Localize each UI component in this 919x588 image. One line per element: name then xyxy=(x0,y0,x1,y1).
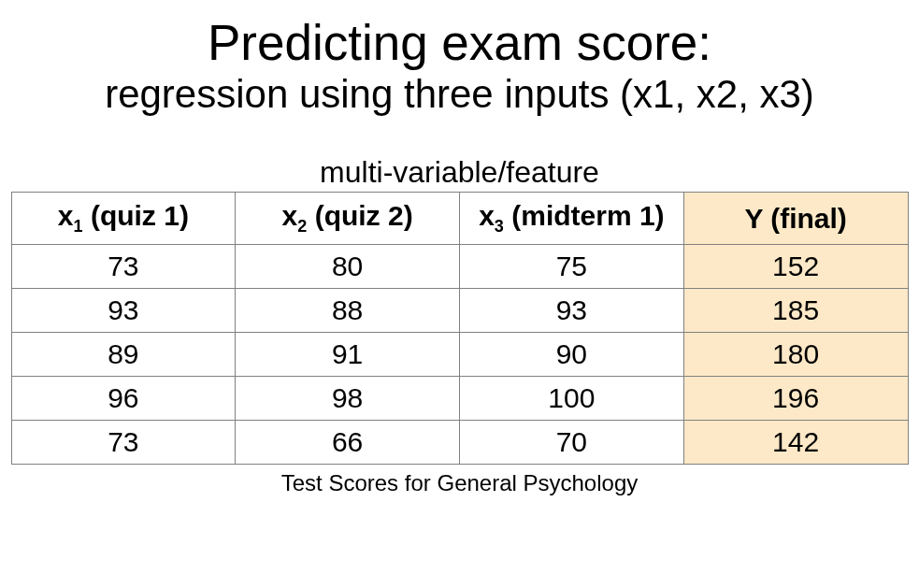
col-header-y: Y (final) xyxy=(683,193,908,245)
cell-x1: 93 xyxy=(11,289,236,333)
table-body: 73 80 75 152 93 88 93 185 89 91 90 180 xyxy=(11,245,908,465)
col-var: x xyxy=(58,200,74,231)
cell-y: 180 xyxy=(683,333,908,377)
col-desc: (midterm 1) xyxy=(504,200,665,231)
table-row: 73 80 75 152 xyxy=(11,245,908,289)
cell-x1: 73 xyxy=(11,245,236,289)
table-section: multi-variable/feature x1 (quiz 1) x2 (q… xyxy=(11,155,909,496)
col-var: x xyxy=(479,200,495,231)
col-header-x1: x1 (quiz 1) xyxy=(11,193,236,245)
table-row: 93 88 93 185 xyxy=(11,289,908,333)
cell-x2: 66 xyxy=(236,421,460,465)
col-desc: (quiz 2) xyxy=(307,200,412,231)
cell-x1: 73 xyxy=(11,421,236,465)
cell-y: 152 xyxy=(683,245,908,289)
slide-subtitle: regression using three inputs (x1, x2, x… xyxy=(0,71,919,118)
cell-x1: 89 xyxy=(11,333,236,377)
cell-x3: 70 xyxy=(460,421,684,465)
cell-x3: 75 xyxy=(460,245,684,289)
table-caption: Test Scores for General Psychology xyxy=(11,470,909,496)
cell-x2: 88 xyxy=(236,289,460,333)
table-label: multi-variable/feature xyxy=(11,155,909,190)
col-sub: 3 xyxy=(495,217,504,236)
col-desc: (quiz 1) xyxy=(83,200,189,231)
col-header-x2: x2 (quiz 2) xyxy=(236,193,460,245)
scores-table: x1 (quiz 1) x2 (quiz 2) x3 (midterm 1) Y… xyxy=(11,192,909,465)
cell-x2: 91 xyxy=(236,333,460,377)
cell-x3: 93 xyxy=(460,289,684,333)
col-sub: 1 xyxy=(74,217,83,236)
table-header-row: x1 (quiz 1) x2 (quiz 2) x3 (midterm 1) Y… xyxy=(11,193,908,245)
cell-y: 185 xyxy=(683,289,908,333)
cell-y: 196 xyxy=(683,377,908,421)
table-row: 89 91 90 180 xyxy=(11,333,908,377)
col-header-x3: x3 (midterm 1) xyxy=(460,193,684,245)
slide-title: Predicting exam score: xyxy=(0,17,919,69)
slide: Predicting exam score: regression using … xyxy=(0,0,919,588)
table-row: 73 66 70 142 xyxy=(11,421,908,465)
table-row: 96 98 100 196 xyxy=(11,377,908,421)
cell-x2: 80 xyxy=(236,245,460,289)
cell-y: 142 xyxy=(683,421,908,465)
col-sub: 2 xyxy=(297,217,307,236)
cell-x3: 100 xyxy=(460,377,684,421)
col-var: x xyxy=(282,200,298,231)
cell-x2: 98 xyxy=(236,377,460,421)
cell-x1: 96 xyxy=(11,377,236,421)
cell-x3: 90 xyxy=(460,333,684,377)
title-block: Predicting exam score: regression using … xyxy=(0,0,919,118)
